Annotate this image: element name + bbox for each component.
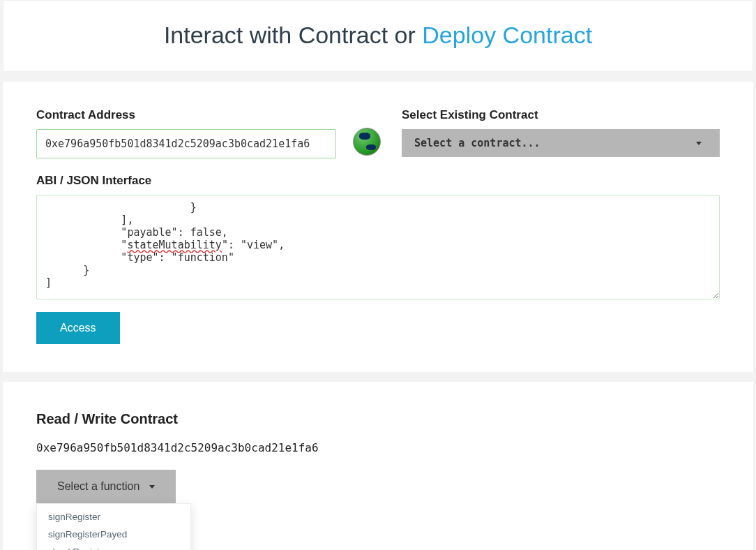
chevron-down-icon (149, 485, 155, 489)
read-write-panel: Read / Write Contract 0xe796a950fb501d83… (3, 382, 753, 550)
select-function-label: Select a function (57, 480, 139, 493)
abi-json-textarea[interactable]: } ], "payable": false, "stateMutability"… (36, 195, 720, 299)
identicon-icon (353, 108, 385, 156)
function-option[interactable]: signRegisterPayed (37, 526, 190, 543)
access-button[interactable]: Access (36, 312, 120, 344)
select-existing-value: Select a contract... (414, 137, 540, 149)
function-menu: signRegister signRegisterPayed checkRegi… (36, 503, 191, 550)
contract-address-display: 0xe796a950fb501d8341d2c5209ac3b0cad21e1f… (36, 441, 720, 454)
title-main: Interact with Contract (164, 22, 388, 48)
page-title: Interact with Contract or Deploy Contrac… (3, 22, 753, 49)
deploy-contract-link[interactable]: Deploy Contract (422, 22, 592, 48)
globe-icon (353, 128, 381, 156)
contract-address-input[interactable] (36, 129, 336, 158)
page-header: Interact with Contract or Deploy Contrac… (3, 0, 753, 72)
read-write-title: Read / Write Contract (36, 411, 720, 427)
abi-label: ABI / JSON Interface (36, 174, 720, 188)
contract-address-label: Contract Address (36, 108, 336, 122)
chevron-down-icon (696, 142, 702, 145)
function-option[interactable]: checkRegister (37, 543, 190, 550)
select-existing-contract-dropdown[interactable]: Select a contract... (402, 129, 720, 157)
select-existing-label: Select Existing Contract (402, 108, 720, 122)
select-function-dropdown[interactable]: Select a function (36, 470, 176, 503)
function-option[interactable]: signRegister (37, 508, 190, 526)
interact-panel: Contract Address Select Existing Contrac… (3, 82, 753, 372)
title-or: or (395, 22, 416, 48)
abi-squiggle: stateMutability (127, 239, 221, 251)
